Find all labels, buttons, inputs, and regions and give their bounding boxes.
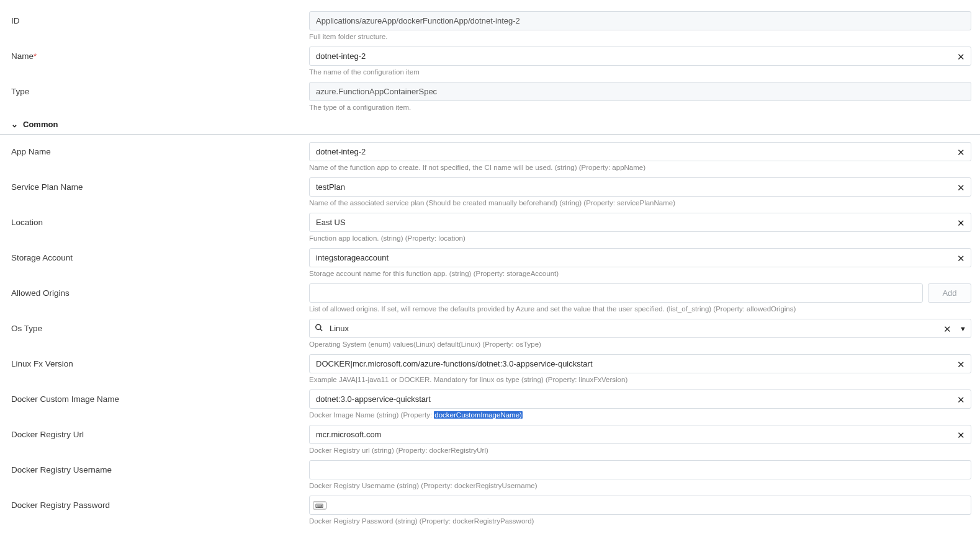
registryurl-label: Docker Registry Url (11, 425, 309, 439)
storage-clear-icon[interactable]: ✕ (955, 251, 968, 265)
name-input[interactable] (309, 47, 971, 66)
serviceplan-label: Service Plan Name (11, 177, 309, 192)
linuxfx-label: Linux Fx Version (11, 354, 309, 368)
ostype-help: Operating System (enum) values(Linux) de… (309, 340, 971, 348)
registryuser-input[interactable] (309, 460, 971, 479)
dockerimage-clear-icon[interactable]: ✕ (955, 392, 968, 406)
storage-help: Storage account name for this function a… (309, 270, 971, 277)
ostype-select[interactable] (309, 319, 971, 338)
name-clear-icon[interactable]: ✕ (955, 49, 968, 63)
ostype-label: Os Type (11, 319, 309, 333)
registryuser-help: Docker Registry Username (string) (Prope… (309, 482, 971, 489)
location-label: Location (11, 213, 309, 227)
type-label: Type (11, 82, 309, 96)
type-help: The type of a configuration item. (309, 104, 971, 111)
dockerimage-input[interactable] (309, 389, 971, 409)
linuxfx-input[interactable] (309, 354, 971, 373)
appname-help: Name of the function app to create. If n… (309, 164, 971, 171)
registrypw-label: Docker Registry Password (11, 496, 309, 510)
dockerimage-help: Docker Image Name (string) (Property: do… (309, 411, 971, 419)
registrypw-help: Docker Registry Password (string) (Prope… (309, 517, 971, 525)
storage-label: Storage Account (11, 248, 309, 262)
registryurl-help: Docker Registry url (string) (Property: … (309, 447, 971, 454)
ostype-clear-icon[interactable]: ✕ (941, 321, 954, 336)
allowedorigins-label: Allowed Origins (11, 283, 309, 298)
location-help: Function app location. (string) (Propert… (309, 234, 971, 242)
appname-input[interactable] (309, 142, 971, 161)
serviceplan-help: Name of the associated service plan (Sho… (309, 199, 971, 207)
registryurl-input[interactable] (309, 425, 971, 444)
linuxfx-help: Example JAVA|11-java11 or DOCKER. Mandat… (309, 376, 971, 383)
allowedorigins-input[interactable] (309, 283, 923, 303)
dockerimage-label: Docker Custom Image Name (11, 389, 309, 404)
registryuser-label: Docker Registry Username (11, 460, 309, 474)
highlighted-text: dockerCustomImageName) (434, 411, 523, 419)
storage-input[interactable] (309, 248, 971, 267)
serviceplan-input[interactable] (309, 177, 971, 197)
registrypw-input[interactable] (309, 496, 971, 515)
id-field: Applications/azureApp/dockerFunctionApp/… (309, 11, 971, 30)
id-help: Full item folder structure. (309, 33, 971, 40)
name-help: The name of the configuration item (309, 68, 971, 76)
type-field: azure.FunctionAppContainerSpec (309, 82, 971, 101)
location-clear-icon[interactable]: ✕ (955, 215, 968, 229)
appname-label: App Name (11, 142, 309, 156)
registryurl-clear-icon[interactable]: ✕ (955, 427, 968, 442)
keyboard-icon: ⌨ (313, 501, 326, 509)
linuxfx-clear-icon[interactable]: ✕ (955, 357, 968, 371)
serviceplan-clear-icon[interactable]: ✕ (955, 180, 968, 194)
chevron-down-icon: ⌄ (11, 120, 18, 129)
location-input[interactable] (309, 213, 971, 232)
allowedorigins-add-button[interactable]: Add (928, 283, 971, 303)
id-label: ID (11, 11, 309, 25)
common-section-toggle[interactable]: ⌄ Common (11, 118, 58, 130)
appname-clear-icon[interactable]: ✕ (955, 145, 968, 159)
name-label: Name* (11, 47, 309, 61)
allowedorigins-help: List of allowed origins. If set, will re… (309, 305, 971, 313)
